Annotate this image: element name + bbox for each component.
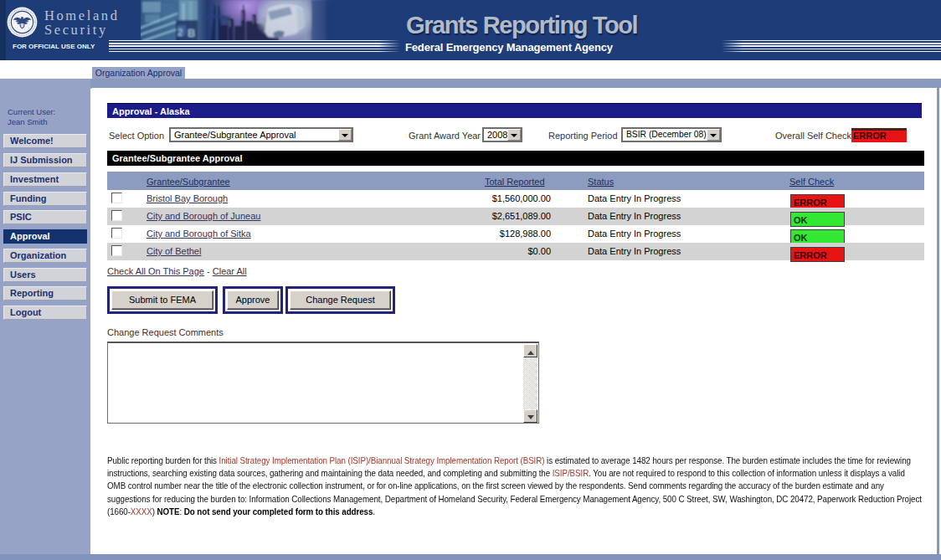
svg-text:2: 2 xyxy=(177,27,183,39)
svg-text:B: B xyxy=(188,27,195,39)
